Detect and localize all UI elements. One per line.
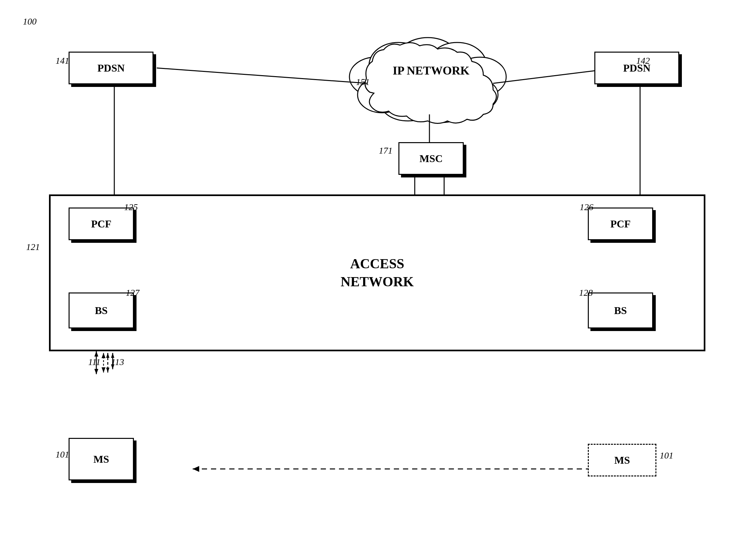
bs-left-front: BS bbox=[69, 293, 134, 329]
ms-dashed-box: MS bbox=[588, 444, 656, 476]
bs-right-front: BS bbox=[588, 293, 653, 329]
msc-ref: 171 bbox=[379, 145, 393, 156]
bs-right-box: BS bbox=[588, 293, 653, 329]
svg-marker-24 bbox=[102, 367, 105, 373]
ms-solid-ref: 101 bbox=[56, 449, 69, 460]
ip-network-cloud bbox=[349, 38, 506, 123]
pdsn-left-box: PDSN bbox=[69, 52, 153, 84]
msc-box: MSC bbox=[398, 142, 464, 175]
ms-dashed-ref: 101 bbox=[660, 450, 673, 461]
pcf-left-front: PCF bbox=[69, 207, 134, 240]
access-network-label: ACCESSNETWORK bbox=[341, 255, 414, 291]
svg-marker-19 bbox=[193, 466, 199, 472]
signal-arrows bbox=[90, 351, 122, 378]
pcf-right-ref: 126 bbox=[580, 202, 593, 212]
bs-left-ref: 127 bbox=[126, 288, 139, 298]
diagram-title: 100 bbox=[23, 16, 37, 27]
ip-network-label: IP NETWORK bbox=[379, 64, 483, 77]
access-network-ref: 121 bbox=[26, 242, 40, 252]
pdsn-left-front: PDSN bbox=[69, 52, 153, 84]
pcf-left-box: PCF bbox=[69, 207, 134, 240]
msc-front: MSC bbox=[398, 142, 464, 175]
pcf-left-ref: 125 bbox=[124, 202, 138, 212]
svg-marker-25 bbox=[102, 353, 105, 358]
line-pdsn-left-to-ip bbox=[157, 68, 367, 83]
pcf-right-box: PCF bbox=[588, 207, 653, 240]
ip-network-ref: 151 bbox=[356, 77, 370, 87]
bs-left-box: BS bbox=[69, 293, 134, 329]
bs-right-ref: 128 bbox=[579, 288, 593, 298]
svg-marker-22 bbox=[94, 351, 98, 357]
ms-solid-front: MS bbox=[69, 438, 134, 480]
diagram: 100 PDSN 141 PDSN 142 IP NETWORK 151 MSC… bbox=[20, 13, 738, 536]
pdsn-right-ref: 142 bbox=[636, 56, 650, 66]
ms-solid-box: MS bbox=[69, 438, 134, 480]
pdsn-left-ref: 141 bbox=[56, 56, 69, 66]
pcf-right-front: PCF bbox=[588, 207, 653, 240]
svg-marker-21 bbox=[94, 369, 98, 374]
